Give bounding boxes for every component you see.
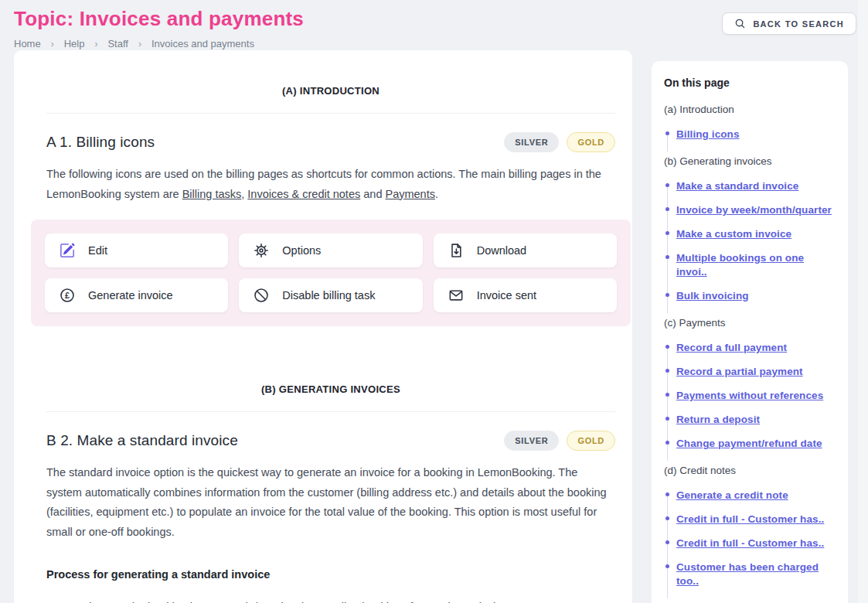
toc-title: On this page (664, 75, 836, 89)
toc-link-return-a-deposit[interactable]: Return a deposit (676, 414, 760, 425)
breadcrumb-separator: › (138, 39, 141, 49)
svg-text:£: £ (65, 291, 70, 300)
envelope-icon (448, 288, 464, 303)
toc-link-record-full-payment[interactable]: Record a full payment (676, 342, 787, 353)
intro-text: and (360, 188, 385, 200)
toc-item: Credit in full - Customer has.. (676, 536, 836, 550)
icon-card-label: Generate invoice (88, 289, 173, 302)
breadcrumb-current-page: Invoices and payments (151, 38, 254, 49)
toc-item: Make a standard invoice (676, 179, 836, 192)
toc-link-multiple-bookings[interactable]: Multiple bookings on one invoi.. (676, 252, 804, 278)
download-shortcut-card[interactable]: Download (434, 233, 617, 267)
breadcrumb-separator: › (51, 39, 54, 49)
section-b-heading: B 2. Make a standard invoice (46, 432, 238, 449)
edit-icon (60, 243, 75, 258)
file-download-icon (448, 243, 464, 258)
silver-badge: SILVER (504, 431, 559, 451)
breadcrumb-home[interactable]: Home (14, 38, 41, 49)
edit-shortcut-card[interactable]: Edit (45, 233, 228, 267)
billing-tasks-link[interactable]: Billing tasks (182, 188, 242, 200)
toc-link-billing-icons[interactable]: Billing icons (676, 128, 740, 140)
toc-link-customer-charged-too-much[interactable]: Customer has been charged too.. (676, 561, 819, 587)
breadcrumb-separator: › (94, 39, 97, 49)
options-shortcut-card[interactable]: Options (239, 233, 422, 267)
gear-icon (254, 243, 269, 258)
divider (46, 411, 615, 412)
gold-badge: GOLD (567, 132, 615, 152)
process-subheading: Process for generating a standard invoic… (46, 568, 615, 581)
toc-link-payments-without-references[interactable]: Payments without references (676, 390, 823, 401)
icon-card-label: Disable billing task (282, 289, 375, 302)
toc-item: Customer has been charged too.. (676, 560, 836, 588)
section-a-kicker: (A) INTRODUCTION (46, 50, 615, 97)
search-icon (734, 18, 746, 29)
page-header: Topic: Invoices and payments Home › Help… (0, 0, 868, 50)
list-item: 1. Make sure the booking is approved. (S… (46, 598, 615, 603)
toc-link-group: Billing icons (665, 127, 836, 141)
divider (46, 113, 615, 114)
toc-group-payments: (c) Payments (664, 317, 836, 329)
toc-item: Return a deposit (676, 412, 836, 426)
disable-billing-task-shortcut-card[interactable]: Disable billing task (239, 278, 422, 312)
icon-card-label: Download (477, 244, 527, 257)
section-a-heading: A 1. Billing icons (46, 134, 155, 151)
section-a-intro-paragraph: The following icons are used on the bill… (46, 165, 615, 204)
toc-item: Credit in full - Customer has.. (676, 512, 836, 526)
generate-invoice-shortcut-card[interactable]: £ Generate invoice (45, 278, 228, 312)
list-item-number: 1. (56, 598, 66, 603)
toc-link-record-partial-payment[interactable]: Record a partial payment (676, 366, 803, 377)
icon-card-label: Invoice sent (477, 289, 536, 302)
invoice-sent-shortcut-card[interactable]: Invoice sent (434, 278, 617, 312)
article-card: (A) INTRODUCTION A 1. Billing icons SILV… (14, 50, 632, 603)
toc-item: Change payment/refund date (676, 436, 836, 450)
process-steps-list: 1. Make sure the booking is approved. (S… (46, 598, 615, 603)
gold-badge: GOLD (567, 431, 615, 451)
icon-card-label: Options (282, 244, 321, 257)
invoices-credit-notes-link[interactable]: Invoices & credit notes (247, 188, 360, 200)
scrollbar-track[interactable] (858, 0, 868, 603)
toc-link-credit-in-full-1[interactable]: Credit in full - Customer has.. (676, 513, 824, 525)
toc-item: Generate a credit note (676, 488, 836, 502)
toc-link-make-standard-invoice[interactable]: Make a standard invoice (676, 180, 798, 192)
toc-item: Invoice by week/month/quarter (676, 203, 836, 216)
breadcrumb-help[interactable]: Help (64, 38, 85, 49)
toc-item: Bulk invoicing (676, 288, 836, 302)
toc-group-introduction: (a) Introduction (664, 104, 836, 115)
toc-item: Multiple bookings on one invoi.. (676, 250, 836, 278)
toc-link-credit-in-full-2[interactable]: Credit in full - Customer has.. (676, 537, 824, 549)
toc-item: Payments without references (676, 388, 836, 402)
list-item-text: Make sure the booking is approved. (See … (73, 598, 497, 603)
back-to-search-button[interactable]: BACK TO SEARCH (722, 12, 856, 35)
slash-circle-icon (254, 288, 269, 303)
intro-text: . (435, 188, 438, 200)
billing-icons-panel: Edit Options Download (31, 220, 631, 326)
pound-circle-icon: £ (60, 288, 75, 303)
toc-link-make-custom-invoice[interactable]: Make a custom invoice (676, 228, 791, 240)
toc-item: Record a full payment (676, 340, 836, 354)
section-b-body-paragraph: The standard invoice option is the quick… (46, 463, 615, 542)
toc-group-credit-notes: (d) Credit notes (664, 465, 836, 476)
breadcrumb-staff[interactable]: Staff (107, 38, 128, 49)
toc-link-invoice-by-period[interactable]: Invoice by week/month/quarter (676, 204, 832, 216)
breadcrumb: Home › Help › Staff › Invoices and payme… (14, 38, 854, 49)
section-b-kicker: (B) GENERATING INVOICES (46, 326, 615, 395)
toc-item: Make a custom invoice (676, 227, 836, 240)
toc-link-bulk-invoicing[interactable]: Bulk invoicing (676, 290, 749, 302)
payments-link[interactable]: Payments (385, 188, 434, 200)
toc-group-generating-invoices: (b) Generating invoices (664, 155, 836, 167)
toc-link-change-payment-refund-date[interactable]: Change payment/refund date (676, 438, 822, 449)
on-this-page-panel: On this page (a) Introduction Billing ic… (652, 61, 848, 603)
toc-link-group: Record a full payment Record a partial p… (665, 340, 836, 450)
toc-item: Billing icons (676, 127, 836, 141)
toc-link-generate-credit-note[interactable]: Generate a credit note (676, 489, 788, 501)
silver-badge: SILVER (504, 132, 559, 152)
back-to-search-label: BACK TO SEARCH (753, 19, 844, 29)
toc-link-group: Make a standard invoice Invoice by week/… (665, 179, 836, 302)
toc-item: Record a partial payment (676, 364, 836, 378)
icon-card-label: Edit (88, 244, 107, 257)
toc-link-group: Generate a credit note Credit in full - … (665, 488, 836, 588)
